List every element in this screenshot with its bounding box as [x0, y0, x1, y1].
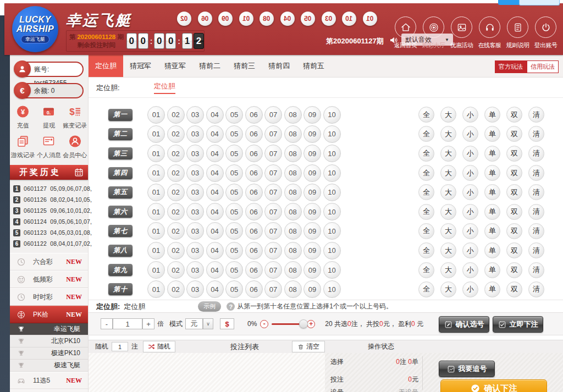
ball-02[interactable]: 02 — [167, 242, 185, 260]
ball-03[interactable]: 03 — [186, 203, 204, 220]
ball-06[interactable]: 06 — [245, 106, 263, 124]
clear-button[interactable]: 清空 — [292, 341, 325, 352]
ball-10[interactable]: 10 — [323, 280, 341, 298]
mode-select[interactable]: 元 — [185, 318, 203, 329]
ball-01[interactable]: 01 — [147, 145, 165, 162]
option-单[interactable]: 单 — [484, 107, 500, 123]
ball-05[interactable]: 05 — [225, 164, 243, 182]
option-清[interactable]: 清 — [528, 242, 544, 258]
ball-08[interactable]: 08 — [284, 125, 302, 143]
sidebar-game-极速飞艇[interactable]: 极速飞艇 — [10, 360, 88, 372]
ball-01[interactable]: 01 — [147, 242, 165, 260]
option-大[interactable]: 大 — [440, 107, 456, 123]
ball-03[interactable]: 03 — [186, 184, 204, 201]
ball-05[interactable]: 05 — [225, 222, 243, 240]
option-单[interactable]: 单 — [484, 262, 500, 278]
option-全[interactable]: 全 — [418, 107, 434, 123]
option-全[interactable]: 全 — [418, 126, 434, 142]
option-全[interactable]: 全 — [418, 146, 434, 162]
ball-08[interactable]: 08 — [284, 106, 302, 124]
ball-02[interactable]: 02 — [167, 125, 185, 143]
rebate-slider[interactable] — [272, 323, 303, 325]
quick-action-game-record[interactable]: 游戏记录 — [10, 135, 36, 159]
option-全[interactable]: 全 — [418, 204, 434, 220]
ball-04[interactable]: 04 — [206, 145, 224, 162]
sidebar-game-快乐彩[interactable]: 快乐彩NEW — [10, 389, 88, 392]
ball-05[interactable]: 05 — [225, 184, 243, 201]
option-小[interactable]: 小 — [462, 281, 478, 297]
ball-06[interactable]: 06 — [245, 125, 263, 143]
ball-04[interactable]: 04 — [206, 125, 224, 143]
option-全[interactable]: 全 — [418, 242, 434, 258]
ball-06[interactable]: 06 — [245, 280, 263, 298]
ball-10[interactable]: 10 — [323, 106, 341, 124]
ball-08[interactable]: 08 — [284, 145, 302, 162]
random-button[interactable]: 随机 — [143, 341, 175, 352]
ball-02[interactable]: 02 — [167, 261, 185, 279]
sidebar-game-时时彩[interactable]: 时时彩NEW — [10, 288, 88, 306]
option-单[interactable]: 单 — [484, 223, 500, 239]
ball-04[interactable]: 04 — [206, 203, 224, 220]
ball-09[interactable]: 09 — [303, 145, 321, 162]
sidebar-game-幸运飞艇[interactable]: 幸运飞艇 — [10, 323, 88, 335]
ball-05[interactable]: 05 — [225, 145, 243, 162]
sidebar-game-北京PK10[interactable]: 北京PK10 — [10, 335, 88, 347]
option-大[interactable]: 大 — [440, 165, 456, 181]
ball-07[interactable]: 07 — [264, 261, 282, 279]
play-mode-官方玩法[interactable]: 官方玩法 — [495, 60, 527, 73]
option-全[interactable]: 全 — [418, 184, 434, 200]
question-icon[interactable]: ? — [227, 302, 235, 311]
confirm-selection-button[interactable]: 确认选号 — [439, 316, 489, 333]
currency-button[interactable]: $ — [220, 318, 234, 329]
ball-09[interactable]: 09 — [303, 184, 321, 201]
ball-05[interactable]: 05 — [225, 261, 243, 279]
ball-07[interactable]: 07 — [264, 242, 282, 260]
ball-03[interactable]: 03 — [186, 106, 204, 124]
browser-fragment-button[interactable] — [498, 0, 520, 5]
option-小[interactable]: 小 — [462, 184, 478, 200]
option-单[interactable]: 单 — [484, 184, 500, 200]
sidebar-game-极速PK10[interactable]: 极速PK10 — [10, 347, 88, 360]
ball-08[interactable]: 08 — [284, 280, 302, 298]
chase-number-button[interactable]: 我要追号 — [439, 361, 495, 377]
ball-05[interactable]: 05 — [225, 106, 243, 124]
header-nav-item[interactable]: 购彩大厅 — [420, 16, 448, 49]
ball-01[interactable]: 01 — [147, 203, 165, 220]
ball-07[interactable]: 07 — [264, 125, 282, 143]
ball-10[interactable]: 10 — [323, 242, 341, 260]
multiplier-plus-button[interactable]: + — [142, 318, 154, 329]
option-清[interactable]: 清 — [528, 223, 544, 239]
ball-10[interactable]: 10 — [323, 222, 341, 240]
quick-action-ledger[interactable]: $账变记录 — [62, 105, 88, 130]
option-全[interactable]: 全 — [418, 165, 434, 181]
header-nav-item[interactable]: 登出账号 — [532, 16, 560, 49]
option-双[interactable]: 双 — [506, 184, 522, 200]
option-双[interactable]: 双 — [506, 204, 522, 220]
ball-10[interactable]: 10 — [323, 261, 341, 279]
ball-09[interactable]: 09 — [303, 203, 321, 220]
option-双[interactable]: 双 — [506, 126, 522, 142]
ball-02[interactable]: 02 — [167, 164, 185, 182]
multiplier-minus-button[interactable]: - — [101, 318, 113, 329]
ball-09[interactable]: 09 — [303, 106, 321, 124]
option-小[interactable]: 小 — [462, 107, 478, 123]
ball-07[interactable]: 07 — [264, 184, 282, 201]
ball-02[interactable]: 02 — [167, 106, 185, 124]
option-大[interactable]: 大 — [440, 204, 456, 220]
option-单[interactable]: 单 — [484, 146, 500, 162]
tab-定位胆[interactable]: 定位胆 — [89, 55, 123, 77]
ball-02[interactable]: 02 — [167, 184, 185, 201]
ball-01[interactable]: 01 — [147, 106, 165, 124]
option-全[interactable]: 全 — [418, 262, 434, 278]
option-小[interactable]: 小 — [462, 126, 478, 142]
slider-knob[interactable] — [299, 319, 308, 328]
quick-action-message[interactable]: 个人消息 — [36, 135, 62, 159]
header-nav-item[interactable]: 规则说明 — [504, 16, 532, 49]
option-单[interactable]: 单 — [484, 204, 500, 220]
option-清[interactable]: 清 — [528, 204, 544, 220]
option-小[interactable]: 小 — [462, 165, 478, 181]
ball-09[interactable]: 09 — [303, 280, 321, 298]
option-全[interactable]: 全 — [418, 223, 434, 239]
option-小[interactable]: 小 — [462, 204, 478, 220]
option-双[interactable]: 双 — [506, 242, 522, 258]
